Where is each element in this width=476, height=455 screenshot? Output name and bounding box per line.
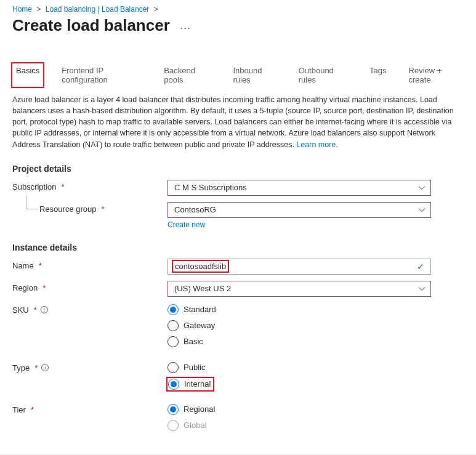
sku-basic-radio[interactable]: Basic (167, 336, 431, 347)
label-name: Name* (12, 259, 167, 270)
tab-inbound-rules[interactable]: Inbound rules (229, 63, 280, 87)
tab-frontend-ip[interactable]: Frontend IP configuration (58, 63, 145, 87)
tab-basics[interactable]: Basics (12, 63, 43, 87)
create-new-link[interactable]: Create new (167, 220, 205, 229)
chevron-right-icon: > (154, 5, 158, 14)
name-input[interactable]: contosoadfslib ✓ (167, 259, 431, 275)
type-internal-radio[interactable]: Internal (167, 378, 213, 390)
label-type: Type* i (12, 361, 167, 372)
more-actions-button[interactable]: … (176, 19, 195, 32)
label-subscription: Subscription* (12, 180, 167, 191)
chevron-down-icon (418, 207, 426, 212)
breadcrumb-home[interactable]: Home (12, 5, 32, 14)
tier-global-radio: Global (167, 420, 431, 431)
chevron-down-icon (418, 185, 426, 190)
tier-radio-group: Regional Global (167, 403, 431, 431)
info-icon[interactable]: i (41, 306, 48, 313)
description-text: Azure load balancer is a layer 4 load ba… (0, 87, 476, 150)
tab-tags[interactable]: Tags (366, 63, 390, 87)
chevron-down-icon (418, 286, 426, 291)
tabs: Basics Frontend IP configuration Backend… (0, 39, 476, 87)
type-public-radio[interactable]: Public (167, 362, 431, 373)
learn-more-link[interactable]: Learn more. (296, 140, 337, 149)
subscription-select[interactable]: C M S Subscriptions (167, 180, 431, 196)
sku-radio-group: Standard Gateway Basic (167, 303, 431, 347)
label-region: Region* (12, 281, 167, 292)
label-tier: Tier* (12, 403, 167, 414)
tab-review-create[interactable]: Review + create (405, 63, 464, 87)
type-radio-group: Public Internal (167, 361, 431, 390)
chevron-right-icon: > (36, 5, 41, 14)
label-sku: SKU* i (12, 303, 167, 315)
breadcrumb: Home > Load balancing | Load Balancer > (0, 5, 476, 16)
region-select[interactable]: (US) West US 2 (167, 281, 431, 297)
label-resource-group: Resource group* (12, 202, 167, 214)
page-title: Create load balancer (12, 16, 170, 35)
sku-standard-radio[interactable]: Standard (167, 304, 431, 315)
checkmark-icon: ✓ (417, 262, 424, 272)
tab-backend-pools[interactable]: Backend pools (160, 63, 214, 87)
breadcrumb-load-balancing[interactable]: Load balancing | Load Balancer (46, 5, 150, 14)
resource-group-select[interactable]: ContosoRG (167, 202, 431, 218)
section-instance-details: Instance details (12, 243, 464, 252)
tab-outbound-rules[interactable]: Outbound rules (295, 63, 351, 87)
info-icon[interactable]: i (41, 364, 49, 371)
tier-regional-radio[interactable]: Regional (167, 404, 431, 415)
sku-gateway-radio[interactable]: Gateway (167, 320, 431, 331)
section-project-details: Project details (12, 164, 464, 174)
